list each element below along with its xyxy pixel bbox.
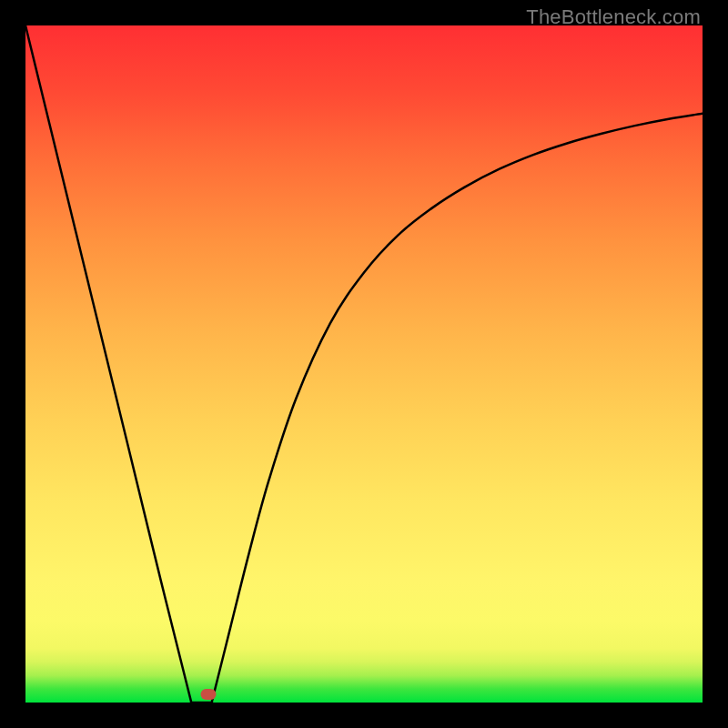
chart-frame: TheBottleneck.com bbox=[0, 0, 728, 728]
optimum-marker bbox=[200, 689, 216, 700]
bottleneck-curve bbox=[25, 25, 703, 703]
plot-area bbox=[25, 25, 703, 703]
attribution-text: TheBottleneck.com bbox=[526, 5, 701, 29]
